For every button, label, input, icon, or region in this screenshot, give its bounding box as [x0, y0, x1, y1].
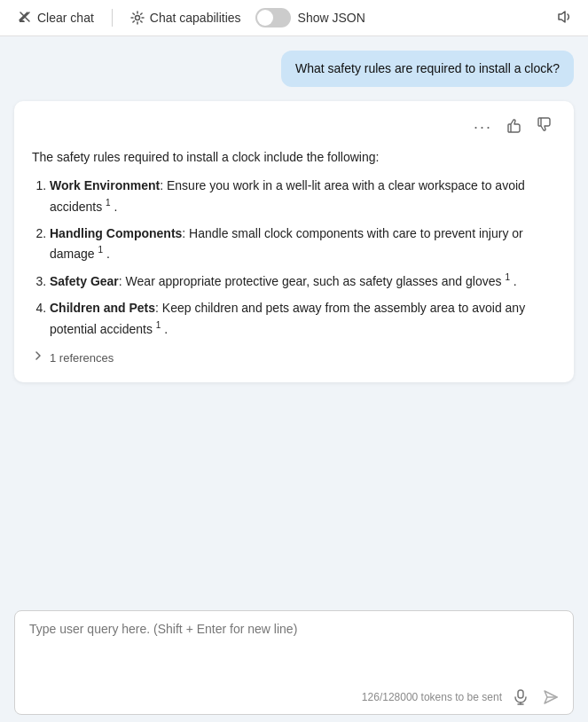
mic-button[interactable] [509, 686, 532, 709]
svg-rect-2 [518, 690, 523, 698]
volume-button[interactable] [553, 4, 577, 32]
item-title-3: Children and Pets [50, 301, 155, 315]
item-title-1: Handling Components [50, 226, 182, 240]
item-ref-0: 1 [106, 198, 111, 208]
item-ref-3: 1 [156, 320, 161, 330]
ai-card-body: The safety rules required to install a c… [32, 147, 556, 368]
item-ref-2: 1 [505, 272, 510, 282]
chevron-right-icon [32, 349, 44, 367]
more-options-button[interactable]: ··· [470, 116, 496, 138]
list-item: Handling Components: Handle small clock … [50, 224, 556, 263]
token-count: 126/128000 tokens to be sent [26, 691, 502, 703]
clear-chat-icon [18, 11, 32, 25]
mic-icon [513, 689, 529, 705]
thumbs-up-button[interactable] [503, 115, 526, 138]
item-ref-1: 1 [98, 245, 103, 255]
ai-card-header: ··· [32, 115, 556, 138]
input-footer: 126/128000 tokens to be sent [15, 682, 573, 714]
user-message: What safety rules are required to instal… [14, 51, 574, 87]
list-item: Safety Gear: Wear appropriate protective… [50, 271, 556, 291]
list-item: Children and Pets: Keep children and pet… [50, 298, 556, 338]
clear-chat-button[interactable]: Clear chat [11, 7, 101, 28]
thumbs-up-icon [506, 117, 522, 133]
main-content: What safety rules are required to instal… [0, 36, 588, 610]
show-json-label: Show JSON [298, 11, 365, 25]
ellipsis-icon: ··· [474, 118, 492, 136]
ai-items-list: Work Environment: Ensure you work in a w… [50, 176, 556, 338]
list-item: Work Environment: Ensure you work in a w… [50, 176, 556, 216]
chat-capabilities-label: Chat capabilities [150, 11, 241, 25]
input-area: 126/128000 tokens to be sent [14, 610, 574, 715]
thumbs-down-button[interactable] [533, 115, 556, 138]
thumbs-down-icon [537, 117, 553, 133]
ai-response-card: ··· The safety rules required to install… [14, 101, 574, 382]
item-title-2: Safety Gear [50, 274, 119, 288]
send-icon [543, 689, 559, 705]
references-row[interactable]: 1 references [32, 349, 556, 368]
chat-capabilities-button[interactable]: Chat capabilities [123, 7, 248, 28]
user-message-text: What safety rules are required to instal… [295, 61, 560, 75]
references-label: 1 references [50, 349, 114, 368]
user-bubble: What safety rules are required to instal… [281, 51, 574, 87]
item-title-0: Work Environment [50, 178, 160, 192]
ai-intro-text: The safety rules required to install a c… [32, 147, 556, 167]
item-body-2: : Wear appropriate protective gear, such… [119, 274, 502, 288]
user-query-input[interactable] [15, 611, 573, 679]
ai-card-actions: ··· [470, 115, 556, 138]
gear-icon [130, 11, 145, 25]
send-button[interactable] [539, 686, 562, 709]
show-json-toggle-container: Show JSON [255, 8, 365, 27]
volume-icon [556, 8, 574, 26]
svg-point-1 [135, 16, 139, 20]
show-json-toggle[interactable] [255, 8, 291, 27]
toolbar-divider [112, 9, 113, 27]
clear-chat-label: Clear chat [37, 11, 94, 25]
toolbar: Clear chat Chat capabilities Show JSON [0, 0, 588, 36]
